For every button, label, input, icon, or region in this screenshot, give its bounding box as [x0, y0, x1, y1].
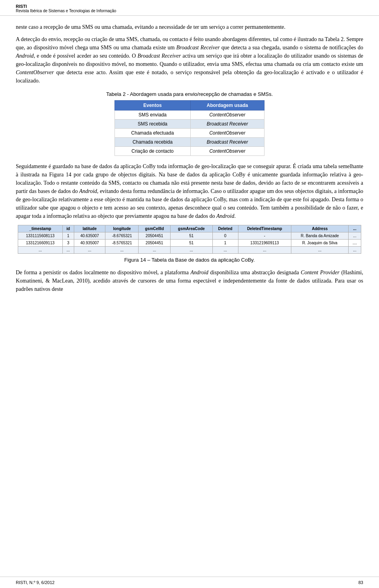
db-table-wrapper: _timestampidlatitudelongitudegsmCellIdgs…	[16, 225, 363, 254]
db-table-cell: ...	[105, 247, 139, 254]
db-table-cell: 1331216609113	[18, 240, 63, 247]
db-col-header: gsmCellId	[139, 225, 170, 232]
db-table-cell: 40.935007	[74, 240, 105, 247]
db-table-cell: ...	[62, 247, 74, 254]
paragraph-3: Seguidamente é guardado na base de dados…	[16, 162, 363, 220]
col-header-eventos: Eventos	[115, 101, 191, 110]
db-table-cell: ...	[291, 247, 349, 254]
table-row: Broadcast Receiver	[190, 138, 264, 147]
table-row: ContentObserver	[190, 147, 264, 156]
db-table-cell: 51	[170, 232, 212, 240]
paragraph-1: neste caso a recepção de uma SMS ou uma …	[16, 23, 363, 31]
paragraph-2: A detecção do envio, recepção ou criação…	[16, 35, 363, 85]
db-col-header: Address	[291, 225, 349, 232]
db-table: _timestampidlatitudelongitudegsmCellIdgs…	[18, 225, 361, 254]
journal-title: RISTI	[16, 4, 363, 9]
table-eventos: Eventos Abordagem usada SMS enviadaConte…	[114, 100, 265, 156]
col-header-abordagem: Abordagem usada	[190, 101, 264, 110]
paragraph-4: De forma a persistir os dados localmente…	[16, 268, 363, 293]
db-table-cell: ...	[238, 247, 291, 254]
db-table-cell: 51	[170, 240, 212, 247]
footer-journal-info: RISTI, N.º 9, 6/2012	[16, 580, 54, 585]
db-table-cell: 40.635007	[74, 232, 105, 240]
db-col-header: latitude	[74, 225, 105, 232]
db-table-cell: ...	[74, 247, 105, 254]
db-table-cell: ...	[18, 247, 63, 254]
db-col-header: ...	[349, 225, 361, 232]
db-table-cell: R. Banda da Amizade	[291, 232, 349, 240]
db-table-cell: -8.6765321	[105, 232, 139, 240]
db-table-cell: 0	[212, 232, 238, 240]
db-table-cell: ...	[139, 247, 170, 254]
page: RISTI Revista Ibérica de Sistemas e Tecn…	[0, 0, 379, 588]
db-table-cell: 3	[62, 240, 74, 247]
journal-subtitle: Revista Ibérica de Sistemas e Tecnologia…	[16, 9, 363, 13]
table-row: SMS recebida	[115, 120, 191, 129]
db-table-cell: 20504451	[139, 232, 170, 240]
table-row: Criação de contacto	[115, 147, 191, 156]
db-table-cell: 1331115608113	[18, 232, 63, 240]
db-table-cell: ...	[212, 247, 238, 254]
db-col-header: DeletedTimestamp	[238, 225, 291, 232]
footer-page-number: 83	[358, 580, 363, 585]
page-header: RISTI Revista Ibérica de Sistemas e Tecn…	[0, 0, 379, 16]
db-table-cell: 1	[212, 240, 238, 247]
db-table-cell: 1	[62, 232, 74, 240]
db-table-cell: 20504451	[139, 240, 170, 247]
table2-caption: Tabela 2 - Abordagem usada para envio/re…	[16, 91, 363, 97]
fig14-caption: Figura 14 – Tabela da Base de dados da a…	[16, 257, 363, 263]
db-col-header: longitude	[105, 225, 139, 232]
main-content: neste caso a recepção de uma SMS ou uma …	[0, 16, 379, 301]
db-col-header: Deleted	[212, 225, 238, 232]
table-row: ContentObserver	[190, 110, 264, 120]
db-table-cell: -8.5765321	[105, 240, 139, 247]
db-col-header: id	[62, 225, 74, 232]
db-table-cell: -	[238, 232, 291, 240]
table-row: Broadcast Receiver	[190, 120, 264, 129]
db-table-cell: ...	[170, 247, 212, 254]
db-table-cell: ...	[349, 247, 361, 254]
db-table-cell: ...	[349, 232, 361, 240]
table-row: ContentObserver	[190, 129, 264, 138]
table-row: Chamada efectuada	[115, 129, 191, 138]
db-col-header: gsmAreaCode	[170, 225, 212, 232]
db-col-header: _timestamp	[18, 225, 63, 232]
table-row: Chamada recebida	[115, 138, 191, 147]
db-table-cell: R. Joaquim da Silva	[291, 240, 349, 247]
db-table-cell: ....	[349, 240, 361, 247]
db-table-cell: 1331219609113	[238, 240, 291, 247]
table-row: SMS enviada	[115, 110, 191, 120]
page-footer: RISTI, N.º 9, 6/2012 83	[0, 577, 379, 588]
